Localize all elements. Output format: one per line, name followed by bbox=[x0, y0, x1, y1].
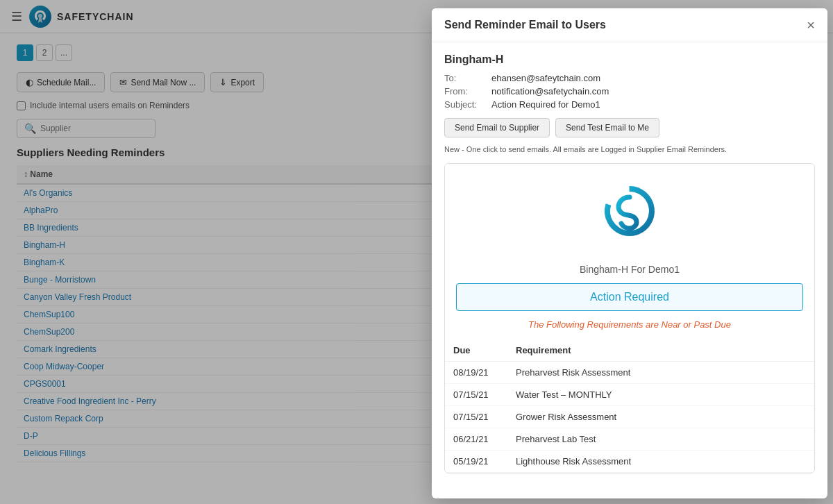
subject-value: Action Required for Demo1 bbox=[491, 99, 815, 110]
req-date-cell: 07/15/21 bbox=[445, 406, 507, 428]
req-name-cell: Grower Risk Assessment bbox=[507, 406, 814, 428]
requirement-col-header: Requirement bbox=[507, 339, 814, 362]
preview-logo-section bbox=[445, 164, 814, 258]
requirement-row: 05/19/21Lighthouse Risk Assessment bbox=[445, 451, 814, 473]
req-date-cell: 07/15/21 bbox=[445, 384, 507, 406]
send-email-supplier-button[interactable]: Send Email to Supplier bbox=[444, 118, 550, 137]
preview-safetychain-logo-icon bbox=[602, 183, 657, 239]
modal-action-buttons: Send Email to Supplier Send Test Email t… bbox=[444, 118, 815, 137]
req-date-cell: 06/21/21 bbox=[445, 428, 507, 451]
req-name-cell: Preharvest Lab Test bbox=[507, 428, 814, 451]
requirement-row: 08/19/21Preharvest Risk Assessment bbox=[445, 362, 814, 384]
requirement-row: 06/21/21Preharvest Lab Test bbox=[445, 428, 814, 451]
to-label: To: bbox=[444, 73, 486, 83]
modal-header: Send Reminder Email to Users × bbox=[432, 8, 827, 42]
action-required-label: Action Required bbox=[456, 283, 803, 311]
req-name-cell: Lighthouse Risk Assessment bbox=[507, 451, 814, 473]
requirement-row: 07/15/21Water Test – MONTHLY bbox=[445, 384, 814, 406]
supplier-name: Bingham-H bbox=[444, 53, 815, 66]
req-date-cell: 08/19/21 bbox=[445, 362, 507, 384]
subject-label: Subject: bbox=[444, 99, 486, 110]
due-col-header: Due bbox=[445, 339, 507, 362]
preview-company-label: Bingham-H For Demo1 bbox=[445, 258, 814, 283]
email-preview: Bingham-H For Demo1 Action Required The … bbox=[444, 163, 815, 473]
req-name-cell: Preharvest Risk Assessment bbox=[507, 362, 814, 384]
from-label: From: bbox=[444, 86, 486, 96]
send-test-email-button[interactable]: Send Test Email to Me bbox=[555, 118, 659, 137]
req-name-cell: Water Test – MONTHLY bbox=[507, 384, 814, 406]
email-fields: To: ehansen@safeytchain.com From: notifi… bbox=[444, 73, 815, 110]
info-text: New - One click to send emails. All emai… bbox=[444, 144, 815, 155]
req-date-cell: 05/19/21 bbox=[445, 451, 507, 473]
from-value: notification@safetychain.com bbox=[491, 86, 815, 96]
modal-close-button[interactable]: × bbox=[807, 18, 815, 32]
to-value: ehansen@safeytchain.com bbox=[491, 73, 815, 83]
modal-title: Send Reminder Email to Users bbox=[444, 19, 606, 31]
requirements-table: Due Requirement 08/19/21Preharvest Risk … bbox=[445, 339, 814, 473]
requirement-row: 07/15/21Grower Risk Assessment bbox=[445, 406, 814, 428]
near-due-text: The Following Requirements are Near or P… bbox=[445, 319, 814, 330]
modal-body: Bingham-H To: ehansen@safeytchain.com Fr… bbox=[432, 42, 827, 498]
email-modal: Send Reminder Email to Users × Bingham-H… bbox=[432, 8, 827, 498]
